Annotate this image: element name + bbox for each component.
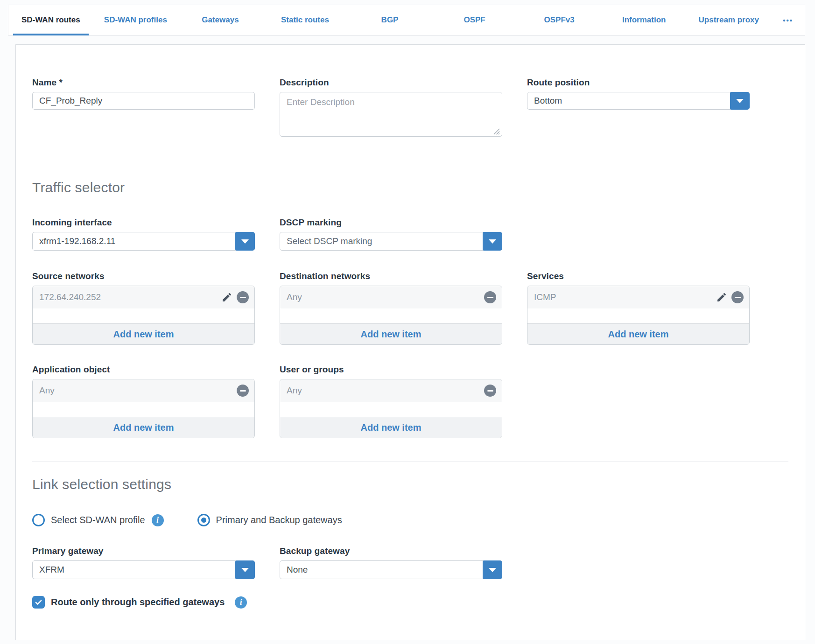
- user-or-groups-field-group: User or groups Any Add new item: [280, 364, 502, 438]
- user-or-groups-label: User or groups: [280, 364, 502, 375]
- list-empty-space: [280, 402, 502, 417]
- tab-ospfv3[interactable]: OSPFv3: [517, 5, 602, 35]
- link-selection-radio-group: Select SD-WAN profile i Primary and Back…: [32, 514, 788, 526]
- row-networks-services: Source networks 172.64.240.252 Add new i…: [32, 271, 788, 345]
- remove-icon[interactable]: [484, 385, 496, 397]
- section-divider: [32, 462, 788, 462]
- application-object-field-group: Application object Any Add new item: [32, 364, 255, 438]
- remove-icon[interactable]: [731, 291, 744, 303]
- info-icon[interactable]: i: [235, 596, 247, 609]
- radio-select-sdwan-profile[interactable]: Select SD-WAN profile: [32, 514, 145, 526]
- add-new-item-button[interactable]: Add new item: [280, 417, 502, 438]
- services-listbox: ICMP Add new item: [527, 286, 750, 345]
- row-interface-dscp: Incoming interface xfrm1-192.168.2.11 DS…: [32, 217, 788, 251]
- route-position-value: Bottom: [534, 96, 562, 106]
- incoming-interface-label: Incoming interface: [32, 217, 255, 228]
- services-field-group: Services ICMP Add new item: [527, 271, 750, 345]
- dscp-marking-field-group: DSCP marking Select DSCP marking: [280, 217, 502, 251]
- route-only-checkbox[interactable]: [32, 596, 45, 609]
- add-new-item-button[interactable]: Add new item: [33, 323, 254, 344]
- radio-label: Primary and Backup gateways: [216, 515, 342, 525]
- list-item: ICMP: [527, 286, 749, 308]
- chevron-down-icon[interactable]: [483, 560, 502, 579]
- radio-checked-icon: [197, 514, 210, 526]
- tab-ospf[interactable]: OSPF: [432, 5, 517, 35]
- row-gateways: Primary gateway XFRM Backup gateway None: [32, 546, 788, 579]
- list-empty-space: [33, 402, 254, 417]
- resize-handle-icon[interactable]: [493, 128, 500, 135]
- section-divider: [32, 165, 788, 165]
- ellipsis-icon: •••: [783, 16, 793, 24]
- tab-bgp[interactable]: BGP: [347, 5, 432, 35]
- primary-gateway-select[interactable]: XFRM: [32, 560, 255, 579]
- tab-bar: SD-WAN routes SD-WAN profiles Gateways S…: [8, 5, 805, 35]
- source-networks-label: Source networks: [32, 271, 255, 281]
- description-textarea[interactable]: [280, 92, 502, 137]
- radio-label: Select SD-WAN profile: [51, 515, 145, 525]
- info-icon[interactable]: i: [152, 514, 164, 526]
- name-label: Name *: [32, 77, 255, 88]
- list-item-value: Any: [287, 385, 484, 396]
- destination-networks-label: Destination networks: [280, 271, 502, 281]
- tab-upstream-proxy[interactable]: Upstream proxy: [687, 5, 772, 35]
- list-item-value: 172.64.240.252: [39, 292, 221, 302]
- tab-information[interactable]: Information: [602, 5, 687, 35]
- list-item: Any: [280, 379, 502, 402]
- remove-icon[interactable]: [237, 291, 249, 303]
- chevron-down-icon[interactable]: [730, 92, 750, 110]
- application-object-listbox: Any Add new item: [32, 379, 255, 438]
- incoming-interface-value: xfrm1-192.168.2.11: [39, 236, 115, 246]
- backup-gateway-value: None: [287, 565, 308, 575]
- list-item: Any: [33, 379, 254, 402]
- list-item: Any: [280, 286, 502, 308]
- source-networks-listbox: 172.64.240.252 Add new item: [32, 286, 255, 345]
- dscp-marking-select[interactable]: Select DSCP marking: [280, 232, 502, 251]
- tab-gateways[interactable]: Gateways: [178, 5, 263, 35]
- link-selection-heading: Link selection settings: [32, 476, 788, 493]
- row-basic-info: Name * Description Route position Bottom: [32, 77, 788, 139]
- list-empty-space: [33, 308, 254, 323]
- description-field-group: Description: [280, 77, 502, 139]
- chevron-down-icon[interactable]: [235, 232, 255, 251]
- chevron-down-icon[interactable]: [235, 560, 255, 579]
- primary-gateway-label: Primary gateway: [32, 546, 255, 556]
- add-new-item-button[interactable]: Add new item: [280, 323, 502, 344]
- primary-gateway-field-group: Primary gateway XFRM: [32, 546, 255, 579]
- incoming-interface-field-group: Incoming interface xfrm1-192.168.2.11: [32, 217, 255, 251]
- list-item-value: Any: [39, 385, 237, 396]
- list-empty-space: [280, 308, 502, 323]
- list-empty-space: [527, 308, 749, 323]
- edit-icon[interactable]: [716, 292, 727, 303]
- tab-static-routes[interactable]: Static routes: [263, 5, 348, 35]
- edit-icon[interactable]: [221, 292, 232, 303]
- radio-primary-backup-gateways[interactable]: Primary and Backup gateways: [197, 514, 342, 526]
- chevron-down-icon[interactable]: [483, 232, 502, 251]
- primary-gateway-value: XFRM: [39, 565, 64, 575]
- dscp-marking-value: Select DSCP marking: [287, 236, 372, 246]
- radio-unchecked-icon: [32, 514, 45, 526]
- name-field-group: Name *: [32, 77, 255, 110]
- list-item-value: ICMP: [534, 292, 716, 302]
- description-label: Description: [280, 77, 502, 88]
- more-tabs-button[interactable]: •••: [771, 5, 805, 35]
- add-new-item-button[interactable]: Add new item: [33, 417, 254, 438]
- row-app-users: Application object Any Add new item User…: [32, 364, 788, 438]
- add-new-item-button[interactable]: Add new item: [527, 323, 749, 344]
- route-position-select[interactable]: Bottom: [527, 92, 750, 110]
- route-position-field-group: Route position Bottom: [527, 77, 750, 110]
- route-position-label: Route position: [527, 77, 750, 88]
- remove-icon[interactable]: [237, 385, 249, 397]
- check-icon: [35, 598, 42, 606]
- backup-gateway-label: Backup gateway: [280, 546, 502, 556]
- list-item: 172.64.240.252: [33, 286, 254, 308]
- source-networks-field-group: Source networks 172.64.240.252 Add new i…: [32, 271, 255, 345]
- tab-sdwan-profiles[interactable]: SD-WAN profiles: [93, 5, 178, 35]
- name-input[interactable]: [32, 92, 255, 110]
- destination-networks-field-group: Destination networks Any Add new item: [280, 271, 502, 345]
- list-item-value: Any: [287, 292, 484, 302]
- backup-gateway-select[interactable]: None: [280, 560, 502, 579]
- remove-icon[interactable]: [484, 291, 496, 303]
- incoming-interface-select[interactable]: xfrm1-192.168.2.11: [32, 232, 255, 251]
- tab-sdwan-routes[interactable]: SD-WAN routes: [8, 5, 93, 35]
- sdwan-route-editor-page: SD-WAN routes SD-WAN profiles Gateways S…: [0, 5, 815, 644]
